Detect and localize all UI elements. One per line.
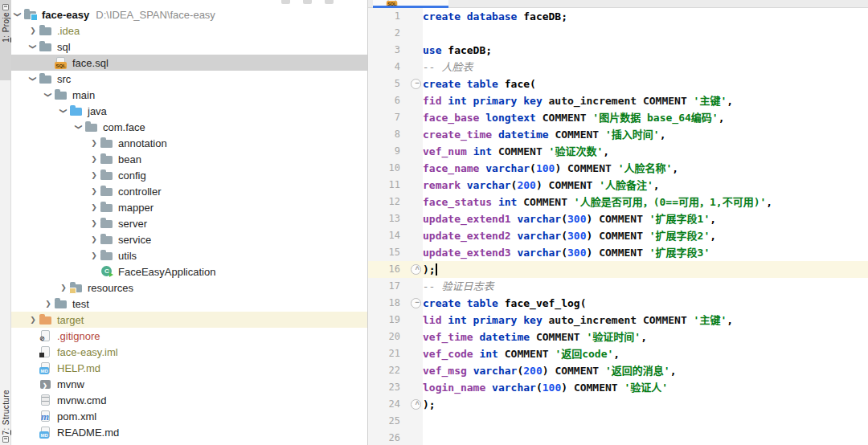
code-line-1[interactable]: 1create database faceDB;	[368, 8, 868, 25]
line-number: 2	[368, 25, 407, 42]
code-line-5[interactable]: 5create table face(	[368, 76, 868, 92]
code-text	[423, 413, 868, 430]
expanded-chevron-icon[interactable]	[27, 43, 39, 51]
line-number: 18	[368, 295, 407, 312]
collapse-all-icon[interactable]	[303, 0, 312, 4]
tree-item-mvnw[interactable]: ❯mvnw	[11, 376, 367, 392]
tree-item-label: mvnw.cmd	[57, 394, 106, 406]
collapsed-chevron-icon[interactable]	[27, 316, 39, 324]
fold-open-icon[interactable]	[407, 76, 423, 92]
tree-item-service[interactable]: service	[11, 231, 367, 247]
fold-spacer	[407, 379, 423, 396]
code-line-21[interactable]: 21vef_code int COMMENT '返回code',	[368, 345, 868, 362]
code-line-12[interactable]: 12face_status int COMMENT '人脸是否可用，(0==可用…	[368, 194, 868, 210]
expanded-chevron-icon[interactable]	[57, 107, 70, 115]
tree-item-java[interactable]: java	[11, 103, 367, 119]
tree-item-config[interactable]: config	[11, 167, 367, 183]
expanded-chevron-icon[interactable]	[27, 75, 39, 83]
collapsed-chevron-icon[interactable]	[88, 203, 100, 211]
collapsed-chevron-icon[interactable]	[88, 171, 100, 179]
settings-icon[interactable]	[281, 0, 290, 4]
tool-window-button-project[interactable]: 1: Proje	[0, 0, 11, 80]
line-number: 4	[368, 59, 407, 76]
tree-item-pom-xml[interactable]: mpom.xml	[11, 408, 367, 424]
tree-item-label: .gitignore	[57, 330, 100, 342]
code-line-3[interactable]: 3use faceDB;	[368, 42, 868, 59]
fold-close-icon[interactable]	[407, 396, 423, 413]
fold-open-icon[interactable]	[407, 295, 423, 312]
package-icon	[100, 169, 113, 182]
tree-item-help-md[interactable]: MDHELP.md	[11, 360, 367, 376]
tree-item-src[interactable]: src	[11, 71, 367, 87]
code-line-9[interactable]: 9vef_num int COMMENT '验证次数',	[368, 143, 868, 160]
package-icon	[100, 185, 113, 198]
tree-item-face-easy-iml[interactable]: face-easy.iml	[11, 344, 367, 360]
tool-window-button-structure[interactable]: 7: Structure	[0, 381, 11, 445]
hide-panel-icon[interactable]	[325, 0, 334, 4]
tree-item-test[interactable]: test	[11, 296, 367, 312]
collapsed-chevron-icon[interactable]	[88, 219, 100, 227]
project-path: D:\IDEA_SPAN\face-easy	[96, 9, 215, 21]
fold-spacer	[407, 278, 423, 295]
tree-item-resources[interactable]: resources	[11, 280, 367, 296]
code-line-14[interactable]: 14update_extend2 varchar(300) COMMENT '扩…	[368, 227, 868, 244]
tree-item-face-sql[interactable]: SQLface.sql	[11, 55, 367, 71]
code-line-15[interactable]: 15update_extend3 varchar(300) COMMENT '扩…	[368, 244, 868, 261]
tree-item-label: bean	[118, 153, 141, 165]
tree-item-target[interactable]: target	[11, 312, 367, 328]
collapsed-chevron-icon[interactable]	[88, 235, 100, 243]
code-line-22[interactable]: 22vef_msg varchar(200) COMMENT '返回的消息',	[368, 362, 868, 379]
code-line-16[interactable]: 16);	[368, 261, 868, 278]
code-line-24[interactable]: 24);	[368, 396, 868, 413]
tree-item-controller[interactable]: controller	[11, 183, 367, 199]
code-line-4[interactable]: 4-- 人脸表	[368, 59, 868, 76]
structure-tool-label: 7: Structure	[2, 390, 10, 435]
tree-item-readme-md[interactable]: MDREADME.md	[11, 424, 367, 440]
code-line-2[interactable]: 2	[368, 25, 868, 42]
line-number: 5	[368, 76, 407, 92]
collapsed-chevron-icon[interactable]	[57, 284, 70, 292]
collapsed-chevron-icon[interactable]	[88, 251, 100, 259]
tree-item-face-easy[interactable]: face-easyD:\IDEA_SPAN\face-easy	[11, 6, 367, 22]
tree-item-main[interactable]: main	[11, 87, 367, 103]
code-line-20[interactable]: 20vef_time datetime COMMENT '验证时间',	[368, 329, 868, 345]
code-line-13[interactable]: 13update_extend1 varchar(300) COMMENT '扩…	[368, 210, 868, 227]
md-file-icon: MD	[39, 426, 52, 439]
line-number: 11	[368, 177, 407, 194]
code-line-6[interactable]: 6fid int primary key auto_increment COMM…	[368, 92, 868, 109]
tree-item-mapper[interactable]: mapper	[11, 199, 367, 215]
editor-tab-face-sql[interactable]: SQL	[373, 0, 448, 8]
tree-item-server[interactable]: server	[11, 215, 367, 231]
collapsed-chevron-icon[interactable]	[27, 27, 39, 35]
code-line-26[interactable]: 26	[368, 430, 868, 445]
expanded-chevron-icon[interactable]	[11, 10, 24, 18]
collapsed-chevron-icon[interactable]	[88, 139, 100, 147]
code-line-18[interactable]: 18create table face_vef_log(	[368, 295, 868, 312]
collapsed-chevron-icon[interactable]	[88, 187, 100, 195]
tree-item-gitignore[interactable]: ⊘.gitignore	[11, 328, 367, 344]
tree-item-com-face[interactable]: com.face	[11, 119, 367, 135]
code-line-25[interactable]: 25	[368, 413, 868, 430]
tree-item-idea[interactable]: .idea	[11, 22, 367, 39]
tree-item-utils[interactable]: utils	[11, 247, 367, 263]
package-icon	[85, 120, 98, 133]
code-line-7[interactable]: 7face_base longtext COMMENT '图片数据 base_6…	[368, 109, 868, 126]
tree-item-bean[interactable]: bean	[11, 151, 367, 167]
line-number: 14	[368, 227, 407, 244]
collapsed-chevron-icon[interactable]	[88, 155, 100, 163]
expanded-chevron-icon[interactable]	[72, 123, 85, 131]
tree-item-sql[interactable]: sql	[11, 39, 367, 55]
tree-item-faceeasyapplication[interactable]: CFaceEasyApplication	[11, 263, 367, 280]
expanded-chevron-icon[interactable]	[42, 91, 55, 99]
collapsed-chevron-icon[interactable]	[42, 300, 55, 308]
code-line-11[interactable]: 11remark varchar(200) COMMENT '人脸备注',	[368, 177, 868, 194]
code-line-23[interactable]: 23login_name varchar(100) COMMENT '验证人'	[368, 379, 868, 396]
fold-close-icon[interactable]	[407, 261, 423, 278]
tree-item-annotation[interactable]: annotation	[11, 135, 367, 151]
line-number: 1	[368, 8, 407, 25]
code-line-10[interactable]: 10face_name varchar(100) COMMENT '人脸名称',	[368, 160, 868, 177]
code-line-17[interactable]: 17-- 验证日志表	[368, 278, 868, 295]
code-line-19[interactable]: 19lid int primary key auto_increment COM…	[368, 312, 868, 329]
tree-item-mvnw-cmd[interactable]: mvnw.cmd	[11, 392, 367, 408]
code-line-8[interactable]: 8create_time datetime COMMENT '插入时间',	[368, 126, 868, 143]
